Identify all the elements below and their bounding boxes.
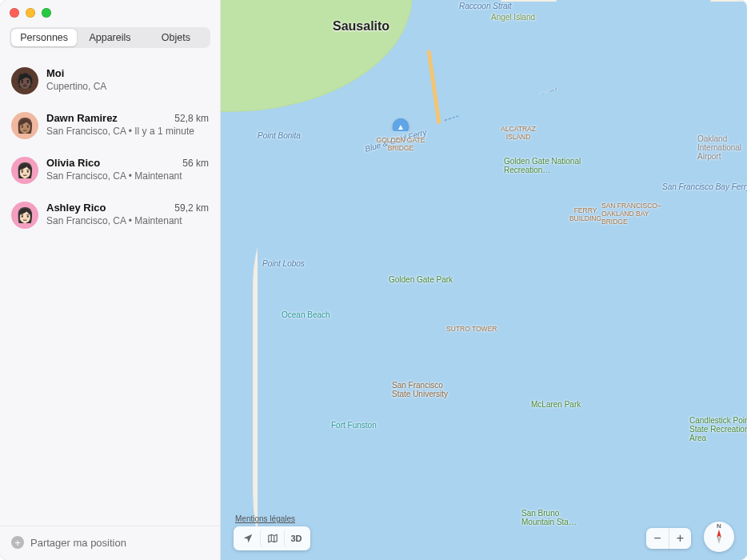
person-name: Dawn Ramirez [46,112,118,124]
label-poi-ocean-beach: Ocean Beach [282,310,330,319]
zoom-out-button[interactable]: − [646,528,669,549]
tab-items[interactable]: Objets [143,29,209,46]
person-subtitle: San Francisco, CA • Maintenant [46,215,209,228]
location-arrow-icon [242,533,254,544]
label-poi-ggpark: Golden Gate Park [389,275,453,284]
label-sausalito: Sausalito [333,19,389,34]
compass-button[interactable]: N [704,522,734,552]
person-subtitle: San Francisco, CA • Il y a 1 minute [46,126,209,138]
label-poi-ggb: GOLDEN GATE BRIDGE [373,136,429,152]
person-subtitle: Cupertino, CA [46,81,209,94]
label-sf-bay-ferry: San Francisco Bay Ferry [662,182,747,560]
compass-n-label: N [717,522,721,530]
person-distance: 52,8 km [174,113,209,124]
close-window-button[interactable] [10,8,19,18]
person-name: Olivia Rico [46,157,100,169]
sidebar: Personnes Appareils Objets 🧑🏿 Moi Cupert… [0,0,221,560]
person-subtitle: San Francisco, CA • Maintenant [46,170,209,183]
plus-circle-icon: + [11,536,24,549]
avatar: 🧑🏿 [11,67,38,94]
tab-people[interactable]: Personnes [11,29,77,46]
label-poi-gnra: Golden Gate National Recreation… [504,157,584,174]
avatar: 👩🏽 [11,112,38,139]
list-item[interactable]: 👩🏽 Dawn Ramirez 52,8 km San Francisco, C… [0,104,220,149]
label-poi-baybridge: SAN FRANCISCO–OAKLAND BAY BRIDGE [601,202,669,226]
share-location-button[interactable]: + Partager ma position [0,526,220,560]
avatar: 👩🏻 [11,202,38,229]
minimize-window-button[interactable] [26,8,35,18]
person-distance: 56 km [182,158,209,169]
tab-bar: Personnes Appareils Objets [10,27,210,48]
app-window: Personnes Appareils Objets 🧑🏿 Moi Cupert… [0,0,747,560]
label-poi-candlestick: Candlestick Point State Recreation Area [689,416,747,442]
people-list: 🧑🏿 Moi Cupertino, CA 👩🏽 Dawn Ramirez 52,… [0,56,220,526]
label-poi-alcatraz: ALCATRAZ ISLAND [494,125,542,141]
map-3d-button[interactable]: 3D [284,529,308,548]
svg-marker-1 [717,536,721,544]
compass-icon [709,527,729,546]
locate-me-button[interactable] [236,529,260,548]
map-mode-button[interactable] [260,529,284,548]
person-name: Moi [46,67,64,79]
map-toolbar: 3D [234,526,310,550]
label-poi-sutro: SUTRO TOWER [446,325,497,333]
avatar: 👩🏻 [11,157,38,184]
map-icon [266,533,279,544]
tab-devices[interactable]: Appareils [77,29,142,46]
label-angel-island: Angel Island [491,13,535,22]
map-canvas[interactable]: ▲ ▲ ■ ▲ 🌳 🌳 📡 🎓 ⛱ ⛱ 🌳 🌳 🌳 🌳 👩🏻 👩🏻 👩🏽 280… [221,0,747,560]
label-poi-sanbruno: San Bruno Mountain Sta… [521,509,593,526]
zoom-in-button[interactable]: + [669,528,691,549]
share-location-label: Partager ma position [30,537,126,549]
fullscreen-window-button[interactable] [42,8,51,18]
legal-link[interactable]: Mentions légales [235,514,295,523]
zoom-control: − + [646,528,691,549]
list-item[interactable]: 👩🏻 Ashley Rico 59,2 km San Francisco, CA… [0,194,220,238]
person-distance: 59,2 km [174,202,209,214]
label-poi-mclaren: McLaren Park [531,400,581,409]
window-controls [10,8,51,18]
svg-marker-0 [717,530,721,538]
label-poi-funston: Fort Funston [331,421,377,430]
label-oakland-airport: Oakland International Airport [697,134,747,161]
list-item[interactable]: 👩🏻 Olivia Rico 56 km San Francisco, CA •… [0,149,220,194]
label-poi-sfsu: San Francisco State University [392,381,464,398]
person-name: Ashley Rico [46,202,106,214]
list-item[interactable]: 🧑🏿 Moi Cupertino, CA [0,59,220,104]
